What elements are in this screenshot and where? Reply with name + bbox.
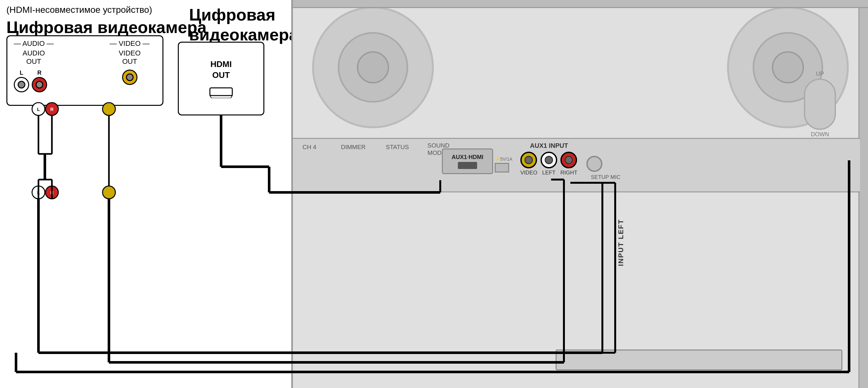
hdmi-symbol-icon: [208, 85, 234, 98]
video-port-container: VIDEO: [520, 152, 537, 176]
bottom-panel: [556, 350, 842, 370]
audio-dash-label: — AUDIO —: [14, 39, 54, 48]
ch4-label: CH 4: [303, 144, 316, 151]
left-port: [540, 152, 557, 168]
svg-text:L: L: [37, 107, 40, 112]
input-left-text: INPUT LEFT: [617, 219, 625, 266]
R-label: R: [37, 69, 42, 76]
top-edge: [293, 0, 868, 8]
camera-box-left: — AUDIO — AUDIOOUT L R — VIDEO —: [6, 35, 163, 106]
digital-camera-right-label: Цифровая видеокамера: [189, 5, 298, 45]
L-label: L: [20, 69, 23, 76]
right-port-container: RIGHT: [560, 152, 578, 176]
setup-mic-label: SETUP MIC: [591, 174, 620, 181]
up-label: UP: [804, 70, 836, 77]
svg-point-13: [45, 186, 58, 199]
hdmi-socket-icon: [458, 162, 477, 169]
volume-control-area: UP DOWN VOLUME: [804, 70, 836, 145]
camera-box-hdmi: HDMIOUT: [178, 42, 264, 115]
usb-label: ⚡5V/1A: [495, 156, 512, 161]
audio-section: — AUDIO — AUDIOOUT L R: [14, 39, 54, 92]
diagram-container: (HDMI-несовместимое устройство) Цифровая…: [0, 0, 868, 388]
dimmer-label: DIMMER: [341, 144, 366, 151]
svg-text:R: R: [50, 190, 54, 195]
right-edge: [858, 0, 868, 388]
right-port: [560, 152, 577, 168]
speaker-left: [312, 6, 434, 128]
svg-point-23: [102, 186, 115, 199]
svg-rect-0: [210, 88, 232, 95]
hdmi-out-label: HDMIOUT: [211, 59, 232, 81]
ports-row: VIDEO LEFT RIGHT: [520, 152, 602, 176]
left-port-container: LEFT: [540, 152, 557, 176]
main-device: UP DOWN VOLUME CH 4 DIMMER STATUS SOUNDM…: [291, 0, 868, 388]
svg-point-11: [32, 186, 45, 199]
svg-text:L: L: [37, 190, 40, 195]
audio-out-label: AUDIOOUT: [14, 49, 54, 66]
video-dash-label: — VIDEO —: [110, 39, 150, 48]
video-out-port: [122, 69, 137, 85]
audio-R-port: [32, 77, 47, 92]
speaker-left-center: [357, 51, 389, 83]
speaker-right-center: [772, 51, 804, 83]
video-out-label: VIDEOOUT: [110, 49, 150, 66]
right-port-label: RIGHT: [560, 170, 578, 176]
video-port: [520, 152, 537, 168]
setup-mic-port: [586, 156, 602, 172]
video-section: — VIDEO — VIDEOOUT: [110, 39, 150, 85]
audio-L-port: [14, 77, 29, 92]
down-label: DOWN: [804, 131, 836, 138]
speaker-left-inner: [338, 32, 408, 102]
control-panel: CH 4 DIMMER STATUS SOUNDMODE AUX1 INPUT …: [293, 138, 860, 192]
aux1-hdmi-box: AUX1·HDMI: [442, 148, 493, 174]
aux1-input-label: AUX1 INPUT: [530, 142, 568, 149]
left-port-label: LEFT: [542, 170, 556, 176]
status-label: STATUS: [386, 144, 409, 151]
usb-area: ⚡5V/1A: [495, 156, 512, 173]
digital-camera-left-label: Цифровая видеокамера: [6, 18, 207, 37]
aux1-hdmi-label: AUX1·HDMI: [452, 154, 483, 161]
svg-text:R: R: [50, 107, 54, 112]
hdmi-incompatible-label: (HDMI-несовместимое устройство): [6, 5, 152, 15]
video-port-label: VIDEO: [520, 170, 537, 176]
volume-rocker: [804, 79, 836, 130]
usb-port: [495, 163, 509, 173]
